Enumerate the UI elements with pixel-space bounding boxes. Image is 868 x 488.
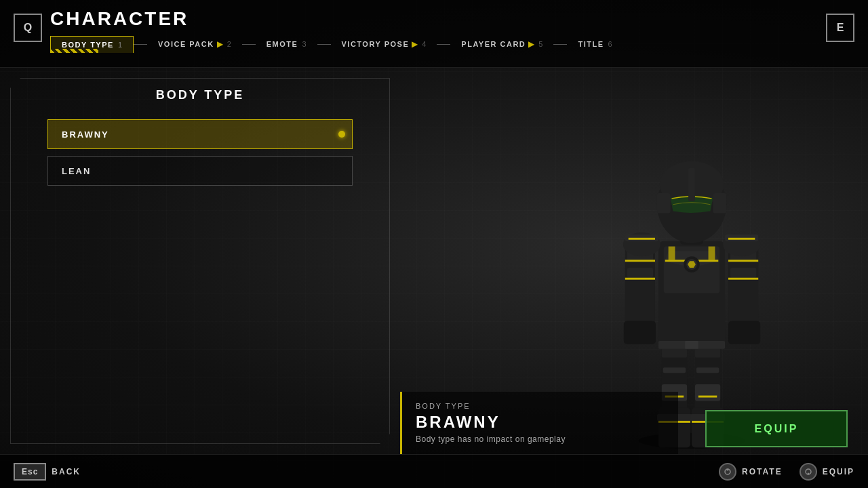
svg-rect-23 <box>685 341 698 349</box>
panel-corner-br <box>370 424 391 445</box>
svg-rect-40 <box>629 238 655 240</box>
page-title: CHARACTER <box>50 5 818 30</box>
tab-arrow-2: ▶ <box>217 39 223 49</box>
svg-point-51 <box>807 472 809 474</box>
equip-button[interactable]: EQUIP <box>705 410 848 447</box>
svg-rect-26 <box>627 268 653 278</box>
tab-emote[interactable]: EMOTE 3 <box>256 36 317 52</box>
info-description: Body type has no impact on gameplay <box>416 434 665 444</box>
option-brawny-label: BRAWNY <box>62 129 109 140</box>
svg-rect-27 <box>625 260 655 262</box>
info-category: BODY TYPE <box>416 402 665 410</box>
svg-rect-6 <box>696 367 719 373</box>
tab-num-5: 5 <box>538 40 542 48</box>
svg-rect-4 <box>695 348 720 358</box>
header-content: CHARACTER BODY TYPE 1 VOICE PACK ▶ 2 EMO… <box>50 5 818 53</box>
svg-rect-34 <box>624 321 656 344</box>
equip-label-bottom: EQUIP <box>823 467 854 476</box>
tab-num-4: 4 <box>422 40 426 48</box>
svg-rect-41 <box>728 238 755 240</box>
tab-connector-4 <box>437 44 450 45</box>
tab-arrow-5: ▶ <box>528 39 534 49</box>
svg-rect-46 <box>657 193 671 213</box>
tab-active-indicator <box>51 49 98 53</box>
svg-rect-5 <box>663 367 686 373</box>
rotate-action: ROTATE <box>719 463 783 481</box>
svg-rect-10 <box>698 396 717 398</box>
svg-rect-28 <box>625 278 655 280</box>
rotate-icon <box>719 463 736 481</box>
tab-num-2: 2 <box>227 40 231 48</box>
equip-action: EQUIP <box>800 463 854 481</box>
svg-rect-8 <box>695 384 720 401</box>
main-content: BODY TYPE BRAWNY LEAN <box>0 68 868 454</box>
rotate-label: ROTATE <box>742 467 783 476</box>
tab-body-type[interactable]: BODY TYPE 1 <box>50 36 134 53</box>
info-name: BRAWNY <box>416 413 665 432</box>
tab-num-6: 6 <box>608 40 612 48</box>
nav-tabs: BODY TYPE 1 VOICE PACK ▶ 2 EMOTE 3 <box>50 35 818 53</box>
tab-connector-5 <box>553 44 567 45</box>
left-panel: BODY TYPE BRAWNY LEAN <box>0 68 400 454</box>
svg-rect-31 <box>730 268 756 278</box>
tab-connector-2 <box>242 44 256 45</box>
e-button[interactable]: E <box>826 14 854 42</box>
tab-arrow-4: ▶ <box>412 39 418 49</box>
tab-title[interactable]: TITLE 6 <box>567 36 623 52</box>
svg-rect-32 <box>728 260 758 262</box>
header: Q CHARACTER BODY TYPE 1 VOICE PACK ▶ 2 <box>0 0 868 68</box>
svg-rect-3 <box>662 348 687 358</box>
info-panel: BODY TYPE BRAWNY Body type has no impact… <box>400 392 678 454</box>
panel-corner-tl <box>9 77 30 98</box>
tab-connector-1 <box>134 44 147 45</box>
svg-rect-47 <box>713 193 726 213</box>
tab-label-voice-pack: VOICE PACK <box>158 40 214 48</box>
tab-label-emote: EMOTE <box>267 40 298 48</box>
svg-rect-33 <box>728 278 758 280</box>
tab-label-victory-pose: VICTORY POSE <box>342 40 410 48</box>
svg-point-49 <box>727 468 729 470</box>
bottom-right-actions: ROTATE EQUIP <box>719 463 854 481</box>
tab-player-card[interactable]: PLAYER CARD ▶ 5 <box>450 35 553 53</box>
option-brawny[interactable]: BRAWNY <box>47 119 353 149</box>
option-lean[interactable]: LEAN <box>47 156 353 186</box>
svg-rect-35 <box>728 321 760 344</box>
back-action: Esc BACK <box>14 463 81 481</box>
bottom-bar: Esc BACK ROTATE EQUIP <box>0 454 868 488</box>
back-label: BACK <box>52 467 81 476</box>
tab-voice-pack[interactable]: VOICE PACK ▶ 2 <box>147 35 242 53</box>
tab-victory-pose[interactable]: VICTORY POSE ▶ 4 <box>331 35 437 53</box>
equip-icon <box>800 463 817 481</box>
esc-key[interactable]: Esc <box>14 463 46 481</box>
svg-rect-45 <box>688 168 695 201</box>
q-button[interactable]: Q <box>14 14 42 42</box>
option-lean-label: LEAN <box>62 166 91 176</box>
tab-connector-3 <box>317 44 331 45</box>
tab-num-3: 3 <box>302 40 306 48</box>
tab-label-player-card: PLAYER CARD <box>461 40 526 48</box>
right-panel: BODY TYPE BRAWNY Body type has no impact… <box>400 68 868 454</box>
tab-label-title: TITLE <box>578 40 604 48</box>
